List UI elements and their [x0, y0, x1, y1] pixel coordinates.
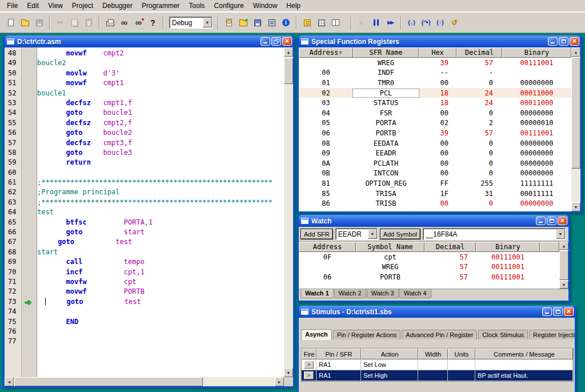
- breakpoint-margin[interactable]: [22, 98, 37, 108]
- column-header-units[interactable]: Units: [448, 349, 475, 359]
- debug-mode-combo[interactable]: Debug▼: [169, 17, 213, 29]
- breakpoint-margin[interactable]: [22, 187, 37, 197]
- copy-button[interactable]: [67, 15, 82, 30]
- code-line[interactable]: 64test: [5, 207, 284, 217]
- sfr-row[interactable]: 85TRISA1F3100011111: [299, 189, 580, 199]
- code-line[interactable]: 60: [5, 168, 284, 178]
- scroll-thumb[interactable]: [559, 250, 568, 280]
- fire-button[interactable]: >: [304, 371, 314, 379]
- code-line[interactable]: 63;*************************************…: [5, 198, 284, 207]
- editor-vertical-scrollbar[interactable]: ▲ ▼: [284, 47, 293, 377]
- menu-item-file[interactable]: File: [2, 0, 22, 11]
- code-line[interactable]: 61;*************************************…: [5, 178, 284, 187]
- sfr-row[interactable]: 01TMR000000000000: [299, 78, 580, 88]
- sfr-vertical-scrollbar[interactable]: ▲ ▼: [571, 47, 580, 211]
- print-button[interactable]: [103, 15, 117, 30]
- cut-button[interactable]: [53, 15, 67, 30]
- sfr-row[interactable]: WREG395700111001: [299, 58, 580, 68]
- close-button[interactable]: ×: [570, 37, 579, 46]
- watch-tab-4[interactable]: Watch 4: [399, 289, 431, 298]
- sfr-select-combo[interactable]: EEADR ▼: [335, 228, 378, 240]
- sfr-row[interactable]: 05PORTA02200000010: [299, 118, 580, 129]
- sfr-row[interactable]: 81OPTION_REGFF25511111111: [299, 178, 580, 189]
- code-line[interactable]: 70 incf cpt,1: [5, 267, 284, 277]
- code-line[interactable]: 56 goto boucle2: [5, 128, 284, 138]
- breakpoint-margin[interactable]: [22, 257, 37, 267]
- stimulus-row[interactable]: >RA1Set HighBP actif etat Haut.: [302, 370, 573, 381]
- breakpoint-margin[interactable]: [22, 218, 37, 227]
- sfr-row[interactable]: 0BINTCON00000000000: [299, 169, 580, 179]
- menu-item-edit[interactable]: Edit: [22, 0, 43, 11]
- menu-item-help[interactable]: Help: [282, 0, 305, 11]
- stimulus-titlebar[interactable]: Stimulus - D:\ctr\sti1.sbs ×: [299, 306, 575, 318]
- find-button[interactable]: [117, 15, 131, 30]
- column-header-address[interactable]: Address▿: [299, 47, 353, 58]
- breakpoint-margin[interactable]: [22, 227, 37, 237]
- maximize-button[interactable]: [559, 37, 568, 46]
- scroll-up-button[interactable]: ▲: [571, 47, 580, 57]
- watch-row[interactable]: 06PORTB5700111001: [299, 272, 568, 282]
- menu-item-programmer[interactable]: Programmer: [137, 0, 185, 11]
- column-header-hex[interactable]: Hex: [419, 47, 456, 58]
- save-file-button[interactable]: [32, 15, 46, 30]
- column-header-address[interactable]: Address: [299, 242, 356, 252]
- code-line[interactable]: 74: [5, 307, 284, 317]
- scroll-down-button[interactable]: ▼: [559, 281, 568, 289]
- breakpoint-margin[interactable]: [22, 58, 37, 68]
- column-header-decimal[interactable]: Decimal: [456, 47, 502, 58]
- code-editor[interactable]: 48 movwf cmpt249boucle250 movlw d'3'51 m…: [5, 47, 293, 386]
- code-line[interactable]: 59 return: [5, 158, 284, 167]
- code-line[interactable]: 50 movlw d'3': [5, 69, 284, 78]
- minimize-button[interactable]: [261, 37, 270, 46]
- breakpoint-margin[interactable]: [22, 207, 37, 217]
- scroll-down-button[interactable]: ▼: [571, 202, 580, 211]
- scroll-thumb[interactable]: [284, 58, 293, 84]
- memory-button[interactable]: [328, 15, 343, 30]
- breakpoint-margin[interactable]: [22, 247, 37, 257]
- breakpoint-margin[interactable]: [22, 237, 37, 247]
- code-line[interactable]: 76: [5, 327, 284, 337]
- sfr-row[interactable]: 86TRISB00000000000: [299, 198, 580, 209]
- dropdown-arrow-icon[interactable]: ▼: [203, 18, 212, 27]
- column-header-comments-message[interactable]: Comments / Message: [475, 349, 573, 359]
- build-button[interactable]: [265, 15, 279, 30]
- column-header-sfr-name[interactable]: SFR Name: [353, 47, 419, 58]
- breakpoint-margin[interactable]: [22, 178, 37, 187]
- scroll-left-button[interactable]: ◄: [5, 377, 14, 386]
- column-header-fire[interactable]: Fire: [302, 349, 316, 359]
- scroll-up-button[interactable]: ▲: [284, 47, 293, 57]
- stim-tab-register-injection[interactable]: Register Injection: [529, 330, 575, 339]
- breakpoint-margin[interactable]: [22, 89, 37, 98]
- column-header-binary[interactable]: Binary: [502, 47, 571, 58]
- code-line[interactable]: 49boucle2: [5, 58, 284, 68]
- code-line[interactable]: 65 btfsc PORTA,1: [5, 218, 284, 227]
- code-line[interactable]: 72 movwf PORTB: [5, 287, 284, 297]
- menu-item-window[interactable]: Window: [249, 0, 282, 11]
- menu-item-view[interactable]: View: [43, 0, 67, 11]
- add-symbol-button[interactable]: Add Symbol: [380, 229, 420, 239]
- fire-button[interactable]: >: [304, 361, 314, 369]
- code-line[interactable]: 77: [5, 337, 284, 346]
- code-line[interactable]: 67 goto test: [5, 237, 284, 247]
- code-line[interactable]: 71 movfw cpt: [5, 277, 284, 287]
- breakpoint-margin[interactable]: [22, 78, 37, 88]
- sfr-row[interactable]: 00INDF---: [299, 68, 580, 78]
- new-file-button[interactable]: [3, 15, 18, 30]
- breakpoint-margin[interactable]: [22, 148, 37, 158]
- dropdown-arrow-icon[interactable]: ▼: [368, 229, 377, 239]
- stimulus-row[interactable]: >RA1Set Low: [302, 359, 573, 370]
- code-line[interactable]: 48 movwf cmpt2: [5, 49, 284, 58]
- stim-tab-asynch[interactable]: Asynch: [301, 329, 332, 340]
- stim-tab-advanced-pin-register[interactable]: Advanced Pin / Register: [402, 330, 477, 339]
- breakpoint-margin[interactable]: [22, 327, 37, 337]
- watch-tab-2[interactable]: Watch 2: [334, 289, 366, 298]
- scroll-thumb[interactable]: [571, 57, 580, 169]
- find-change-button[interactable]: [131, 15, 146, 30]
- breakpoint-margin[interactable]: [22, 198, 37, 207]
- column-header-symbol-name[interactable]: Symbol Name: [356, 242, 424, 252]
- symbol-select-combo[interactable]: __16F84A ▼: [423, 228, 566, 240]
- stim-tab-pin-register-actions[interactable]: Pin / Register Actions: [333, 330, 401, 339]
- menu-item-tools[interactable]: Tools: [185, 0, 210, 11]
- step-over-button[interactable]: [419, 15, 433, 30]
- editor-horizontal-scrollbar[interactable]: ◄ ►: [5, 377, 284, 386]
